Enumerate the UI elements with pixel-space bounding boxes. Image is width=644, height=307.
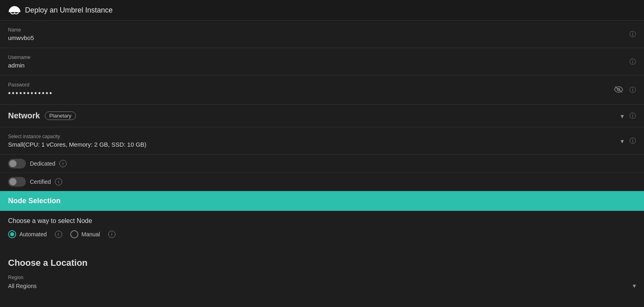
umbrel-logo [8, 6, 21, 15]
username-label: Username [8, 55, 636, 60]
capacity-value: Small(CPU: 1 vCores, Memory: 2 GB, SSD: … [8, 141, 636, 148]
node-selection-options: Automated i Manual i [8, 230, 636, 238]
manual-info-icon[interactable]: i [108, 231, 115, 238]
name-label: Name [8, 27, 636, 33]
network-section: Network Planetary ▾ ⓘ [0, 105, 644, 127]
choose-node-label: Choose a way to select Node [8, 217, 636, 225]
region-dropdown-arrow[interactable]: ▾ [633, 282, 636, 290]
network-label: Network [8, 111, 40, 120]
certified-toggle[interactable] [8, 177, 26, 187]
manual-radio[interactable] [70, 230, 78, 238]
username-value: admin [8, 62, 636, 69]
capacity-label: Select instance capacity [8, 134, 636, 139]
manual-option[interactable]: Manual [70, 230, 100, 238]
username-field-section: Username admin ⓘ [0, 48, 644, 76]
name-value: umwvbo5 [8, 34, 636, 41]
password-label: Password [8, 82, 636, 88]
dedicated-toggle-row: Dedicated i [0, 155, 644, 173]
page-title: Deploy an Umbrel Instance [25, 6, 113, 15]
node-selection-content: Choose a way to select Node Automated i … [0, 211, 644, 251]
automated-radio[interactable] [8, 230, 16, 238]
network-dropdown-arrow[interactable]: ▾ [621, 112, 624, 120]
node-selection-header: Node Selection [0, 191, 644, 211]
name-field-section: Name umwvbo5 ⓘ [0, 21, 644, 48]
page-header: Deploy an Umbrel Instance [0, 0, 644, 21]
automated-label: Automated [19, 231, 47, 238]
password-field-section: Password •••••••••••• ⓘ [0, 76, 644, 105]
name-info-icon[interactable]: ⓘ [629, 30, 636, 38]
region-value: All Regions [8, 283, 37, 289]
username-info-icon[interactable]: ⓘ [629, 57, 636, 66]
dedicated-label: Dedicated [30, 160, 55, 167]
choose-location-header: Choose a Location [0, 251, 644, 271]
password-value: •••••••••••• [8, 89, 636, 98]
automated-option[interactable]: Automated [8, 230, 47, 238]
certified-toggle-row: Certified i [0, 173, 644, 191]
network-info-icon[interactable]: ⓘ [629, 111, 636, 120]
node-selection-title: Node Selection [8, 197, 61, 205]
capacity-dropdown-arrow[interactable]: ▾ [621, 137, 624, 145]
manual-label: Manual [82, 231, 100, 238]
certified-info-icon[interactable]: i [55, 178, 62, 185]
region-section: Region All Regions ▾ [0, 271, 644, 296]
certified-label: Certified [30, 179, 51, 185]
capacity-section: Select instance capacity Small(CPU: 1 vC… [0, 127, 644, 155]
capacity-info-icon[interactable]: ⓘ [629, 137, 636, 145]
automated-info-icon[interactable]: i [55, 231, 62, 238]
dedicated-toggle[interactable] [8, 159, 26, 168]
region-label: Region [8, 275, 636, 280]
network-badge[interactable]: Planetary [45, 111, 76, 120]
dedicated-info-icon[interactable]: i [59, 160, 67, 167]
password-info-icon[interactable]: ⓘ [629, 86, 636, 94]
password-visibility-toggle[interactable] [614, 85, 623, 95]
